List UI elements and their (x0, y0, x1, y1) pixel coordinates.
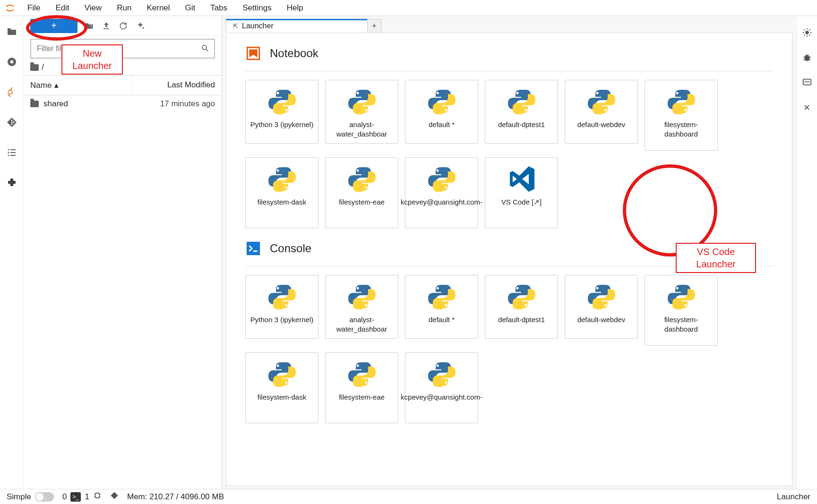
svg-rect-1 (10, 60, 13, 63)
python-icon (267, 164, 297, 194)
python-icon (507, 87, 536, 116)
console-card-6[interactable]: filesystem-dask (245, 352, 318, 423)
notebook-card-2[interactable]: default * (405, 80, 478, 144)
table-row[interactable]: shared 17 minutes ago (24, 95, 222, 112)
svg-line-23 (804, 30, 805, 31)
console-card-3[interactable]: default-dptest1 (485, 275, 558, 339)
console-icon (245, 240, 261, 256)
file-modified: 17 minutes ago (139, 99, 215, 109)
console-card-4[interactable]: default-webdev (565, 275, 638, 339)
notebook-card-0[interactable]: Python 3 (ipykernel) (245, 80, 318, 144)
console-card-8[interactable]: kcpevey@quansight.com- (405, 352, 478, 423)
jupyter-logo-icon (5, 3, 15, 13)
extensions-icon[interactable] (6, 177, 18, 189)
count-terminals: 1 (85, 492, 89, 502)
menu-view[interactable]: View (77, 0, 110, 16)
property-inspector-icon[interactable] (802, 27, 812, 39)
python-icon (267, 359, 297, 389)
notebook-card-4[interactable]: default-webdev (565, 80, 638, 144)
console-card-0[interactable]: Python 3 (ipykernel) (245, 275, 318, 339)
section-notebook-header: Notebook (245, 45, 773, 71)
console-card-1[interactable]: analyst-water_dashboar (325, 275, 398, 339)
memory-status: Mem: 210.27 / 4096.00 MB (127, 492, 224, 502)
breadcrumb[interactable]: / (24, 59, 222, 75)
toc-icon[interactable] (6, 146, 18, 159)
git-status-icon[interactable] (110, 491, 119, 502)
work-area: ⇱ Launcher + Notebook Python 3 (ipykerne… (222, 16, 796, 489)
console-card-2[interactable]: default * (405, 275, 478, 339)
card-label: filesystem-dashboard (645, 315, 717, 333)
add-tab-button[interactable]: + (367, 19, 381, 33)
notebook-card-5[interactable]: filesystem-dashboard (645, 80, 718, 151)
python-icon (427, 282, 456, 311)
status-counts[interactable]: 0 >_ 1 (62, 491, 102, 502)
refresh-icon[interactable] (118, 21, 129, 31)
svg-line-24 (809, 35, 810, 36)
menu-kernel[interactable]: Kernel (139, 0, 177, 16)
svg-point-27 (804, 55, 809, 61)
console-card-7[interactable]: filesystem-eae (325, 352, 398, 423)
simple-toggle[interactable]: Simple (7, 492, 54, 502)
svg-rect-12 (103, 28, 109, 29)
file-table-header: Name ▴ Last Modified (24, 75, 222, 95)
console-card-5[interactable]: filesystem-dashboard (645, 275, 718, 346)
breadcrumb-root: / (42, 62, 44, 72)
python-icon (427, 87, 456, 116)
status-bar: Simple 0 >_ 1 Mem: 210.27 / 4096.00 MB L… (0, 489, 817, 504)
python-icon (507, 282, 536, 311)
svg-point-18 (805, 31, 808, 34)
close-icon[interactable]: ✕ (803, 103, 810, 113)
menu-settings[interactable]: Settings (235, 0, 279, 16)
menu-help[interactable]: Help (279, 0, 311, 16)
toggle-switch[interactable] (35, 492, 54, 502)
chat-icon[interactable] (802, 77, 812, 89)
notebook-card-3[interactable]: default-dptest1 (485, 80, 558, 144)
notebook-card-9[interactable]: VS Code [↗] (485, 157, 558, 228)
count-kernels: 0 (62, 492, 67, 502)
filter-input[interactable] (36, 44, 201, 53)
folder-icon[interactable] (6, 26, 18, 38)
menu-tabs[interactable]: Tabs (203, 0, 235, 16)
vscode-icon (507, 164, 536, 194)
folder-icon (30, 101, 39, 107)
menu-git[interactable]: Git (178, 0, 203, 16)
new-launcher-button[interactable]: + (30, 19, 77, 33)
menu-file[interactable]: File (20, 0, 48, 16)
section-console-header: Console (245, 240, 773, 266)
launch-icon: ⇱ (233, 23, 238, 30)
filter-box[interactable] (30, 39, 215, 59)
svg-rect-8 (10, 152, 16, 153)
python-icon (667, 87, 696, 116)
running-icon[interactable] (6, 56, 18, 68)
notebook-card-6[interactable]: filesystem-dask (245, 157, 318, 228)
notebook-card-8[interactable]: kcpevey@quansight.com- (405, 157, 478, 228)
menu-run[interactable]: Run (109, 0, 139, 16)
tab-launcher[interactable]: ⇱ Launcher (226, 19, 368, 33)
upload-icon[interactable] (101, 21, 112, 31)
card-label: default-dptest1 (495, 120, 548, 129)
notebook-card-1[interactable]: analyst-water_dashboar (325, 80, 398, 144)
svg-point-9 (8, 155, 9, 156)
svg-line-14 (206, 49, 208, 51)
svg-rect-6 (10, 149, 16, 150)
svg-point-5 (8, 149, 9, 151)
header-modified[interactable]: Last Modified (132, 76, 222, 95)
python-icon (347, 359, 377, 389)
header-name[interactable]: Name ▴ (24, 76, 132, 95)
svg-rect-38 (95, 494, 99, 498)
menu-edit[interactable]: Edit (48, 0, 77, 16)
section-notebook: Notebook Python 3 (ipykernel)analyst-wat… (245, 45, 773, 228)
main-area: + + / Name ▴ Last Modified (0, 16, 817, 489)
flame-icon[interactable] (6, 86, 18, 98)
tab-bar: ⇱ Launcher + (226, 19, 792, 33)
debug-icon[interactable] (802, 52, 812, 64)
git-icon[interactable] (6, 116, 18, 128)
file-toolbar: + + (24, 16, 222, 36)
new-folder-icon[interactable]: + (84, 21, 95, 31)
svg-line-31 (808, 60, 810, 60)
sparkle-icon[interactable] (135, 21, 146, 31)
notebook-card-7[interactable]: filesystem-eae (325, 157, 398, 228)
svg-rect-10 (10, 155, 16, 156)
card-label: kcpevey@quansight.com- (398, 393, 485, 402)
card-label: kcpevey@quansight.com- (398, 197, 485, 207)
